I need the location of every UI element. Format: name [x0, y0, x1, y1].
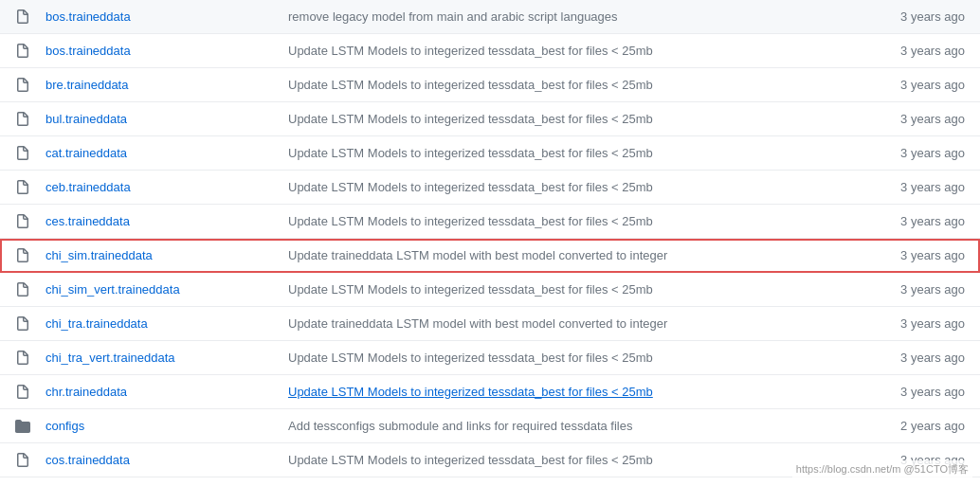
- file-name: chi_sim_vert.traineddata: [45, 282, 273, 297]
- file-icon: [15, 180, 45, 195]
- file-name: bos.traineddata: [45, 9, 273, 24]
- file-icon: [15, 112, 45, 127]
- commit-time: 3 years ago: [851, 214, 965, 228]
- table-row: chi_tra.traineddataUpdate traineddata LS…: [0, 307, 980, 341]
- commit-message: Update LSTM Models to integerized tessda…: [273, 112, 851, 126]
- file-icon: [15, 78, 45, 93]
- commit-time: 2 years ago: [851, 419, 965, 433]
- file-icon: [15, 453, 45, 468]
- file-name: bre.traineddata: [45, 78, 273, 92]
- commit-message[interactable]: Update LSTM Models to integerized tessda…: [273, 385, 851, 399]
- watermark: https://blog.csdn.net/m @51CTO博客: [792, 460, 972, 478]
- file-name: ces.traineddata: [45, 214, 273, 228]
- file-icon: [15, 351, 45, 366]
- file-icon: [15, 282, 45, 297]
- table-row: chi_sim_vert.traineddataUpdate LSTM Mode…: [0, 273, 980, 307]
- file-name: ceb.traineddata: [45, 180, 273, 194]
- table-row-top: bos.traineddata remove legacy model from…: [0, 0, 980, 34]
- table-row: cym.traineddataUpdate LSTM Models to int…: [0, 477, 980, 486]
- table-row: bos.traineddataUpdate LSTM Models to int…: [0, 34, 980, 68]
- commit-time: 3 years ago: [851, 282, 965, 297]
- table-row: chr.traineddataUpdate LSTM Models to int…: [0, 375, 980, 409]
- file-name: bos.traineddata: [45, 44, 273, 58]
- table-row: chi_sim.traineddataUpdate traineddata LS…: [0, 239, 980, 273]
- commit-message: Update LSTM Models to integerized tessda…: [273, 44, 851, 58]
- commit-message: Update LSTM Models to integerized tessda…: [273, 214, 851, 228]
- table-row: bre.traineddataUpdate LSTM Models to int…: [0, 68, 980, 102]
- file-icon: [15, 385, 45, 400]
- table-row: cat.traineddataUpdate LSTM Models to int…: [0, 136, 980, 171]
- commit-message: Update traineddata LSTM model with best …: [273, 248, 851, 262]
- file-icon: [15, 9, 45, 25]
- commit-time: 3 years ago: [851, 351, 965, 365]
- table-row: configsAdd tessconfigs submodule and lin…: [0, 409, 980, 443]
- commit-message: Update traineddata LSTM model with best …: [273, 316, 851, 331]
- file-icon: [15, 146, 45, 161]
- commit-message: Update LSTM Models to integerized tessda…: [273, 146, 851, 160]
- commit-time: 3 years ago: [851, 78, 965, 92]
- commit-message: remove legacy model from main and arabic…: [273, 9, 851, 24]
- commit-message: Update LSTM Models to integerized tessda…: [273, 180, 851, 194]
- commit-message: Update LSTM Models to integerized tessda…: [273, 78, 851, 92]
- table-row: bul.traineddataUpdate LSTM Models to int…: [0, 102, 980, 136]
- commit-message: Update LSTM Models to integerized tessda…: [273, 453, 851, 467]
- table-row: ces.traineddataUpdate LSTM Models to int…: [0, 205, 980, 239]
- file-name: configs: [45, 419, 273, 433]
- file-icon: [15, 44, 45, 59]
- file-name: chr.traineddata: [45, 385, 273, 399]
- commit-time: 3 years ago: [851, 385, 965, 399]
- commit-time: 3 years ago: [851, 180, 965, 194]
- commit-message: Add tessconfigs submodule and links for …: [273, 419, 851, 433]
- folder-icon: [15, 419, 45, 434]
- commit-time: 3 years ago: [851, 146, 965, 160]
- file-name: cat.traineddata: [45, 146, 273, 160]
- file-icon: [15, 214, 45, 229]
- file-name: chi_tra.traineddata: [45, 316, 273, 331]
- commit-time: 3 years ago: [851, 44, 965, 58]
- commit-time: 3 years ago: [851, 112, 965, 126]
- file-name: cos.traineddata: [45, 453, 273, 467]
- table-row: ceb.traineddataUpdate LSTM Models to int…: [0, 171, 980, 205]
- commit-time: 3 years ago: [851, 248, 965, 262]
- file-name: chi_sim.traineddata: [45, 248, 273, 262]
- file-name: bul.traineddata: [45, 112, 273, 126]
- commit-time: 3 years ago: [851, 9, 965, 24]
- commit-message: Update LSTM Models to integerized tessda…: [273, 351, 851, 365]
- file-icon: [15, 316, 45, 332]
- file-name: chi_tra_vert.traineddata: [45, 351, 273, 365]
- file-icon: [15, 248, 45, 263]
- commit-time: 3 years ago: [851, 316, 965, 331]
- table-row: chi_tra_vert.traineddataUpdate LSTM Mode…: [0, 341, 980, 375]
- commit-message: Update LSTM Models to integerized tessda…: [273, 282, 851, 297]
